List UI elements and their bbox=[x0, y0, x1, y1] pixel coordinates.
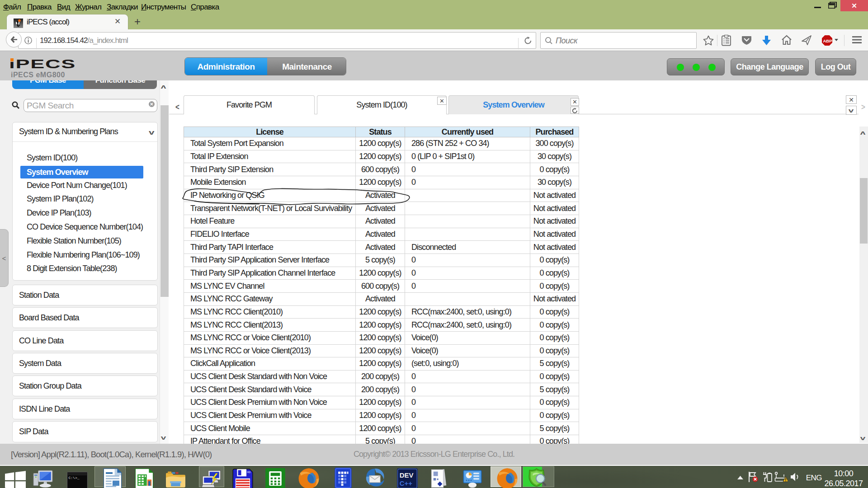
svg-text:iPECS: iPECS bbox=[10, 58, 76, 70]
svg-text:ABP: ABP bbox=[823, 38, 833, 43]
